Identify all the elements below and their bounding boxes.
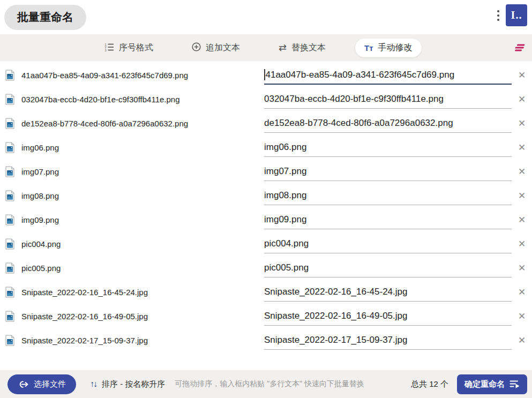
file-row: img07.png img07.png ✕ — [0, 160, 532, 184]
original-filename: pic004.png — [21, 239, 264, 249]
link-icon — [18, 380, 29, 388]
rename-value: img06.png — [264, 142, 306, 153]
original-filename: de152ea8-b778-4ced-80f6-a0a7296a0632.png — [21, 119, 264, 128]
rename-input[interactable]: Snipaste_2022-02-17_15-09-37.jpg — [264, 332, 512, 350]
circle-plus-icon — [192, 42, 201, 53]
confirm-rename-label: 确定重命名 — [464, 379, 505, 389]
rename-value: de152ea8-b778-4ced-80f6-a0a7296a0632.png — [264, 118, 453, 129]
original-filename: Snipaste_2022-02-16_16-49-05.jpg — [21, 312, 264, 321]
remove-file-icon[interactable]: ✕ — [512, 287, 532, 298]
rename-input[interactable]: de152ea8-b778-4ced-80f6-a0a7296a0632.png — [264, 115, 512, 133]
bottom-bar: 选择文件 ↑↓ 排序 - 按名称升序 可拖动排序，输入框内粘贴 "多行文本" 快… — [0, 370, 532, 398]
rename-input[interactable]: img09.png — [264, 211, 512, 229]
rename-input[interactable]: img06.png — [264, 139, 512, 157]
sort-arrows-icon[interactable]: ↑↓ — [90, 379, 96, 389]
image-file-icon — [5, 190, 14, 201]
original-filename: Snipaste_2022-02-17_15-09-37.jpg — [21, 336, 264, 345]
original-filename: pic005.png — [21, 264, 264, 273]
text-format-icon: Tт — [364, 43, 373, 52]
remove-file-icon[interactable]: ✕ — [512, 70, 532, 81]
file-list: 41aa047b-ea85-4a09-a341-623f645c7d69.png… — [0, 61, 532, 352]
remove-file-icon[interactable]: ✕ — [512, 118, 532, 129]
file-row: Snipaste_2022-02-16_16-45-24.jpg Snipast… — [0, 280, 532, 304]
tab-label: 手动修改 — [378, 42, 413, 54]
file-row: Snipaste_2022-02-16_16-49-05.jpg Snipast… — [0, 304, 532, 328]
tab-number-format[interactable]: 123 序号格式 — [95, 39, 162, 57]
rename-value: Snipaste_2022-02-16_16-45-24.jpg — [264, 287, 407, 297]
remove-file-icon[interactable]: ✕ — [512, 94, 532, 105]
total-count: 总共 12 个 — [411, 379, 448, 389]
rename-input[interactable]: Snipaste_2022-02-16_16-49-05.jpg — [264, 307, 512, 326]
ordered-list-icon: 123 — [104, 43, 114, 53]
image-file-icon — [5, 166, 14, 177]
remove-file-icon[interactable]: ✕ — [512, 214, 532, 226]
tab-label: 替换文本 — [291, 42, 326, 54]
remove-file-icon[interactable]: ✕ — [512, 142, 532, 153]
sort-mode-label[interactable]: 排序 - 按名称升序 — [102, 379, 165, 389]
image-file-icon — [5, 214, 14, 226]
titlebar: 批量重命名 I.. — [0, 0, 532, 34]
original-filename: img07.png — [21, 167, 264, 176]
rename-input[interactable]: pic005.png — [264, 259, 512, 277]
svg-text:3: 3 — [105, 48, 107, 51]
file-row: img08.png img08.png ✕ — [0, 184, 532, 208]
original-filename: Snipaste_2022-02-16_16-45-24.jpg — [21, 288, 264, 297]
rename-input[interactable]: Snipaste_2022-02-16_16-45-24.jpg — [264, 283, 512, 302]
rename-value: pic004.png — [264, 238, 309, 249]
original-filename: img09.png — [21, 215, 264, 224]
rename-input[interactable]: img07.png — [264, 163, 512, 181]
tab-append-text[interactable]: 追加文本 — [183, 39, 249, 57]
rename-input[interactable]: img08.png — [264, 187, 512, 205]
file-row: 41aa047b-ea85-4a09-a341-623f645c7d69.png… — [0, 63, 532, 87]
hint-text: 可拖动排序，输入框内粘贴 "多行文本" 快速向下批量替换 — [175, 379, 364, 389]
confirm-rename-button[interactable]: 确定重命名 — [457, 374, 527, 394]
file-row: pic004.png pic004.png ✕ — [0, 232, 532, 256]
image-file-icon — [5, 238, 14, 250]
rename-input[interactable]: 032047ba-eccb-4d20-bf1e-c9f30ffb411e.png — [264, 91, 512, 109]
text-caret — [264, 69, 265, 80]
file-row: img09.png img09.png ✕ — [0, 208, 532, 232]
image-file-icon — [5, 311, 14, 322]
image-file-icon — [5, 142, 14, 153]
image-file-icon — [5, 335, 14, 346]
app-logo[interactable]: I.. — [506, 4, 527, 26]
file-row: 032047ba-eccb-4d20-bf1e-c9f30ffb411e.png… — [0, 87, 532, 111]
remove-file-icon[interactable]: ✕ — [512, 335, 532, 346]
rename-value: img09.png — [264, 214, 306, 225]
remove-file-icon[interactable]: ✕ — [512, 166, 532, 177]
remove-file-icon[interactable]: ✕ — [512, 311, 532, 322]
batch-rename-window: 批量重命名 I.. 123 序号格式 追加文本 — [0, 0, 532, 398]
tab-bar: 123 序号格式 追加文本 ⇄ 替换文本 Tт 手动修改 — [0, 34, 532, 61]
original-filename: 41aa047b-ea85-4a09-a341-623f645c7d69.png — [21, 71, 264, 80]
tab-label: 序号格式 — [119, 42, 153, 54]
rename-value: pic005.png — [264, 262, 309, 273]
original-filename: 032047ba-eccb-4d20-bf1e-c9f30ffb411e.png — [21, 95, 264, 104]
select-files-label: 选择文件 — [34, 379, 66, 389]
swap-icon: ⇄ — [279, 43, 287, 52]
rename-value: img08.png — [264, 190, 306, 201]
rename-value: 41aa047b-ea85-4a09-a341-623f645c7d69.png — [266, 70, 455, 80]
image-file-icon — [5, 94, 14, 105]
file-row: img06.png img06.png ✕ — [0, 136, 532, 160]
remove-file-icon[interactable]: ✕ — [512, 238, 532, 250]
rename-input[interactable]: pic004.png — [264, 235, 512, 253]
page-title: 批量重命名 — [4, 5, 86, 30]
original-filename: img08.png — [21, 191, 264, 200]
tab-label: 追加文本 — [206, 42, 240, 54]
original-filename: img06.png — [21, 143, 264, 152]
more-options-icon[interactable] — [495, 7, 501, 24]
remove-file-icon[interactable]: ✕ — [512, 190, 532, 201]
select-files-button[interactable]: 选择文件 — [8, 374, 76, 394]
rename-value: img07.png — [264, 166, 306, 177]
tab-manual-edit[interactable]: Tт 手动修改 — [355, 39, 422, 57]
rename-input[interactable]: 41aa047b-ea85-4a09-a341-623f645c7d69.png — [264, 66, 512, 85]
image-file-icon — [5, 118, 14, 129]
red-menu-icon[interactable] — [511, 43, 526, 52]
header-actions: I.. — [495, 4, 527, 26]
apply-list-icon — [509, 380, 520, 388]
file-row: pic005.png pic005.png ✕ — [0, 256, 532, 280]
rename-value: 032047ba-eccb-4d20-bf1e-c9f30ffb411e.png — [264, 94, 444, 104]
remove-file-icon[interactable]: ✕ — [512, 262, 532, 274]
image-file-icon — [5, 287, 14, 298]
tab-replace-text[interactable]: ⇄ 替换文本 — [269, 39, 335, 57]
